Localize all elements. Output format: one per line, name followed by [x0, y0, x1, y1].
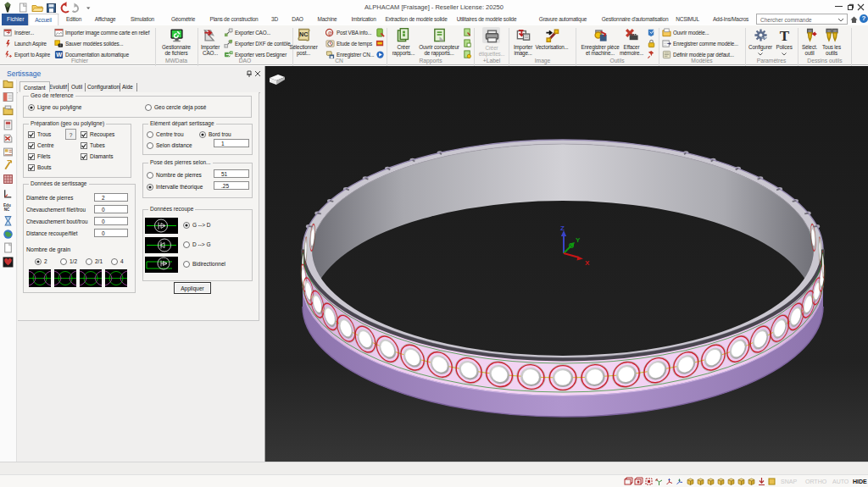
svg-text:X: X	[585, 259, 590, 267]
svg-text:Z: Z	[560, 224, 565, 232]
svg-text:T: T	[780, 28, 790, 42]
svg-text:Edu: Edu	[3, 203, 11, 208]
svg-text:Y: Y	[576, 236, 581, 244]
svg-text:NC: NC	[299, 31, 308, 38]
svg-text:@: @	[328, 30, 333, 36]
svg-text:NC: NC	[4, 208, 10, 212]
svg-text:W: W	[56, 51, 62, 58]
